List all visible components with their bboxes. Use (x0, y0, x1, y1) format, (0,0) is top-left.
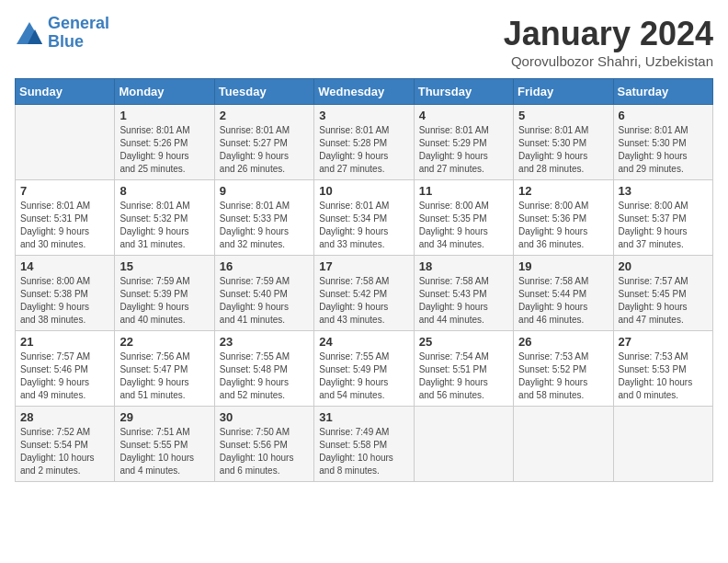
calendar-cell: 19Sunrise: 7:58 AM Sunset: 5:44 PM Dayli… (514, 256, 613, 331)
cell-info: Sunrise: 8:01 AM Sunset: 5:29 PM Dayligh… (419, 124, 508, 176)
day-number: 2 (220, 109, 309, 122)
day-number: 15 (119, 259, 209, 273)
cell-info: Sunrise: 8:01 AM Sunset: 5:31 PM Dayligh… (20, 200, 109, 251)
calendar-cell: 5Sunrise: 8:01 AM Sunset: 5:30 PM Daylig… (514, 105, 613, 180)
cell-info: Sunrise: 8:01 AM Sunset: 5:30 PM Dayligh… (518, 124, 608, 176)
calendar-cell: 20Sunrise: 7:57 AM Sunset: 5:45 PM Dayli… (613, 256, 712, 331)
cell-info: Sunrise: 7:53 AM Sunset: 5:52 PM Dayligh… (518, 350, 608, 402)
cell-info: Sunrise: 7:58 AM Sunset: 5:43 PM Dayligh… (419, 275, 508, 327)
weekday-header-sunday: Sunday (16, 79, 115, 105)
cell-info: Sunrise: 7:55 AM Sunset: 5:48 PM Dayligh… (220, 350, 309, 402)
logo: General Blue (15, 15, 109, 52)
day-number: 27 (619, 335, 708, 349)
calendar-table: SundayMondayTuesdayWednesdayThursdayFrid… (15, 78, 713, 482)
day-number: 21 (20, 335, 109, 349)
week-row-3: 14Sunrise: 8:00 AM Sunset: 5:38 PM Dayli… (16, 256, 713, 331)
day-number: 22 (119, 335, 209, 349)
calendar-cell: 22Sunrise: 7:56 AM Sunset: 5:47 PM Dayli… (115, 331, 214, 407)
day-number: 1 (119, 109, 209, 122)
cell-info: Sunrise: 8:01 AM Sunset: 5:27 PM Dayligh… (220, 124, 309, 176)
location-title: Qorovulbozor Shahri, Uzbekistan (504, 53, 713, 69)
page-header: General Blue January 2024 Qorovulbozor S… (15, 15, 713, 69)
day-number: 17 (319, 259, 408, 273)
week-row-2: 7Sunrise: 8:01 AM Sunset: 5:31 PM Daylig… (16, 180, 713, 256)
weekday-header-tuesday: Tuesday (214, 79, 313, 105)
calendar-cell: 15Sunrise: 7:59 AM Sunset: 5:39 PM Dayli… (115, 256, 214, 331)
calendar-cell: 28Sunrise: 7:52 AM Sunset: 5:54 PM Dayli… (16, 407, 115, 482)
cell-info: Sunrise: 7:58 AM Sunset: 5:42 PM Dayligh… (319, 275, 408, 327)
calendar-cell: 11Sunrise: 8:00 AM Sunset: 5:35 PM Dayli… (414, 180, 513, 256)
calendar-cell: 3Sunrise: 8:01 AM Sunset: 5:28 PM Daylig… (314, 105, 414, 180)
calendar-cell: 27Sunrise: 7:53 AM Sunset: 5:53 PM Dayli… (613, 331, 712, 407)
calendar-cell: 26Sunrise: 7:53 AM Sunset: 5:52 PM Dayli… (514, 331, 613, 407)
day-number: 10 (319, 184, 408, 198)
week-row-1: 1Sunrise: 8:01 AM Sunset: 5:26 PM Daylig… (16, 105, 713, 180)
calendar-cell: 14Sunrise: 8:00 AM Sunset: 5:38 PM Dayli… (16, 256, 115, 331)
day-number: 25 (419, 335, 508, 349)
week-row-4: 21Sunrise: 7:57 AM Sunset: 5:46 PM Dayli… (16, 331, 713, 407)
weekday-header-monday: Monday (115, 79, 214, 105)
calendar-cell: 13Sunrise: 8:00 AM Sunset: 5:37 PM Dayli… (613, 180, 712, 256)
cell-info: Sunrise: 8:00 AM Sunset: 5:38 PM Dayligh… (20, 275, 109, 327)
calendar-cell (613, 407, 712, 482)
day-number: 29 (119, 410, 209, 424)
cell-info: Sunrise: 8:01 AM Sunset: 5:28 PM Dayligh… (319, 124, 408, 176)
calendar-cell: 23Sunrise: 7:55 AM Sunset: 5:48 PM Dayli… (214, 331, 313, 407)
day-number: 16 (220, 259, 309, 273)
cell-info: Sunrise: 7:49 AM Sunset: 5:58 PM Dayligh… (319, 426, 408, 477)
day-number: 30 (220, 410, 309, 424)
day-number: 23 (220, 335, 309, 349)
calendar-cell: 29Sunrise: 7:51 AM Sunset: 5:55 PM Dayli… (115, 407, 214, 482)
cell-info: Sunrise: 8:01 AM Sunset: 5:26 PM Dayligh… (119, 124, 209, 176)
calendar-cell: 18Sunrise: 7:58 AM Sunset: 5:43 PM Dayli… (414, 256, 513, 331)
cell-info: Sunrise: 7:59 AM Sunset: 5:39 PM Dayligh… (119, 275, 209, 327)
title-block: January 2024 Qorovulbozor Shahri, Uzbeki… (504, 15, 713, 69)
day-number: 26 (518, 335, 608, 349)
cell-info: Sunrise: 7:55 AM Sunset: 5:49 PM Dayligh… (319, 350, 408, 402)
day-number: 18 (419, 259, 508, 273)
cell-info: Sunrise: 8:01 AM Sunset: 5:34 PM Dayligh… (319, 200, 408, 251)
calendar-cell: 31Sunrise: 7:49 AM Sunset: 5:58 PM Dayli… (314, 407, 414, 482)
weekday-header-thursday: Thursday (414, 79, 513, 105)
calendar-cell: 2Sunrise: 8:01 AM Sunset: 5:27 PM Daylig… (214, 105, 313, 180)
calendar-cell: 25Sunrise: 7:54 AM Sunset: 5:51 PM Dayli… (414, 331, 513, 407)
cell-info: Sunrise: 7:50 AM Sunset: 5:56 PM Dayligh… (220, 426, 309, 477)
day-number: 12 (518, 184, 608, 198)
cell-info: Sunrise: 7:54 AM Sunset: 5:51 PM Dayligh… (419, 350, 508, 402)
day-number: 5 (518, 109, 608, 122)
logo-icon (15, 20, 44, 46)
cell-info: Sunrise: 7:58 AM Sunset: 5:44 PM Dayligh… (518, 275, 608, 327)
calendar-cell: 8Sunrise: 8:01 AM Sunset: 5:32 PM Daylig… (115, 180, 214, 256)
calendar-cell: 21Sunrise: 7:57 AM Sunset: 5:46 PM Dayli… (16, 331, 115, 407)
calendar-cell (514, 407, 613, 482)
calendar-cell: 16Sunrise: 7:59 AM Sunset: 5:40 PM Dayli… (214, 256, 313, 331)
day-number: 3 (319, 109, 408, 122)
calendar-cell (414, 407, 513, 482)
day-number: 7 (20, 184, 109, 198)
day-number: 4 (419, 109, 508, 122)
day-number: 28 (20, 410, 109, 424)
logo-line1: General (48, 14, 109, 32)
day-number: 31 (319, 410, 408, 424)
calendar-cell: 1Sunrise: 8:01 AM Sunset: 5:26 PM Daylig… (115, 105, 214, 180)
cell-info: Sunrise: 7:51 AM Sunset: 5:55 PM Dayligh… (119, 426, 209, 477)
cell-info: Sunrise: 8:01 AM Sunset: 5:30 PM Dayligh… (619, 124, 708, 176)
cell-info: Sunrise: 7:53 AM Sunset: 5:53 PM Dayligh… (619, 350, 708, 402)
logo-text: General Blue (48, 15, 109, 52)
calendar-cell: 10Sunrise: 8:01 AM Sunset: 5:34 PM Dayli… (314, 180, 414, 256)
day-number: 13 (619, 184, 708, 198)
cell-info: Sunrise: 8:01 AM Sunset: 5:32 PM Dayligh… (119, 200, 209, 251)
day-number: 19 (518, 259, 608, 273)
month-title: January 2024 (504, 15, 713, 53)
day-number: 24 (319, 335, 408, 349)
calendar-cell: 17Sunrise: 7:58 AM Sunset: 5:42 PM Dayli… (314, 256, 414, 331)
weekday-header-row: SundayMondayTuesdayWednesdayThursdayFrid… (16, 79, 713, 105)
calendar-cell: 12Sunrise: 8:00 AM Sunset: 5:36 PM Dayli… (514, 180, 613, 256)
cell-info: Sunrise: 7:57 AM Sunset: 5:46 PM Dayligh… (20, 350, 109, 402)
calendar-cell: 9Sunrise: 8:01 AM Sunset: 5:33 PM Daylig… (214, 180, 313, 256)
weekday-header-wednesday: Wednesday (314, 79, 414, 105)
calendar-cell: 24Sunrise: 7:55 AM Sunset: 5:49 PM Dayli… (314, 331, 414, 407)
logo-line2: Blue (48, 32, 84, 51)
day-number: 20 (619, 259, 708, 273)
day-number: 11 (419, 184, 508, 198)
